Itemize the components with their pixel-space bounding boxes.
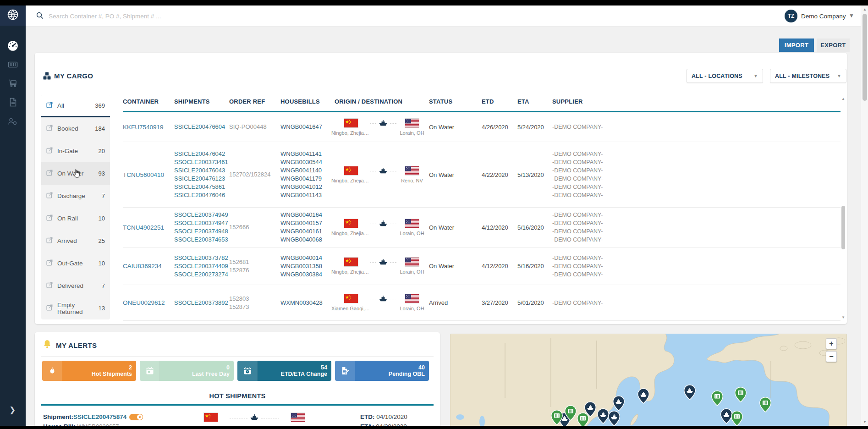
alert-card-pending-obl[interactable]: 40 Pending OBL <box>335 361 429 381</box>
table-scrollbar[interactable]: ▲ ▼ <box>841 97 846 319</box>
filter-label: Delivered <box>57 282 98 289</box>
container-number[interactable]: CAIU8369234 <box>123 263 174 270</box>
import-tab[interactable]: IMPORT <box>779 38 814 52</box>
sidebar-item-admin[interactable] <box>7 116 19 128</box>
origin-port: ★Xiamen Gaoqi, Fu... <box>335 294 368 311</box>
shipment-numbers[interactable]: SSOCLE200373892 <box>174 299 229 307</box>
etd: 4/26/2020 <box>482 124 517 131</box>
cargo-row-CAIU8369234[interactable]: CAIU8369234SSOCLE200373782SSOCLE20037440… <box>123 248 841 285</box>
cargo-filter-empty-returned[interactable]: Empty Returned 13 <box>41 297 110 319</box>
location-map-marker[interactable] <box>711 390 723 406</box>
route-dash <box>390 171 396 171</box>
route-dash <box>370 224 376 224</box>
cargo-table-body: KKFU7540919SSICLE200476604SIQ-PO00448WNG… <box>123 112 841 321</box>
vessel-map-marker[interactable] <box>608 411 620 426</box>
search-icon <box>36 11 44 22</box>
filter-count: 10 <box>99 215 105 222</box>
search-input[interactable] <box>49 9 369 23</box>
destination-name: Lorain, OH <box>400 130 424 136</box>
housebill-numbers[interactable]: WNGB0041647 <box>280 123 335 131</box>
housebill-numbers[interactable]: WNGB0040164WNGB0040157WNGB0040161WNGB004… <box>280 211 335 244</box>
scroll-down-icon[interactable]: ▼ <box>841 315 845 319</box>
shipment-numbers[interactable]: SSICLE200476042SSOCLE200373461SSICLE2004… <box>174 150 229 199</box>
cargo-row-TCNU5600410[interactable]: TCNU5600410SSICLE200476042SSOCLE20037346… <box>123 142 841 208</box>
alert-card-etd-eta-change[interactable]: 54 ETD/ETA Change <box>237 361 331 381</box>
vessel-map-marker[interactable] <box>684 385 696 400</box>
topbar: TZ Demo Company ▼ <box>26 6 861 27</box>
shipment-numbers[interactable]: SSOCLE200374949SSOCLE200374947SSOCLE2003… <box>174 211 229 244</box>
open-filter-icon <box>46 214 53 223</box>
table-scroll-thumb[interactable] <box>841 206 845 249</box>
cargo-row-TCNU4902251[interactable]: TCNU4902251SSOCLE200374949SSOCLE20037494… <box>123 208 841 248</box>
cargo-filter-delivered[interactable]: Delivered 7 <box>41 275 110 297</box>
cargo-filter-booked[interactable]: Booked 184 <box>41 117 110 140</box>
origin-flag-icon: ★ <box>344 258 358 268</box>
cargo-row-ONEU0029612[interactable]: ONEU0029612SSOCLE200373892152803152873WX… <box>123 285 841 321</box>
locations-filter-dropdown[interactable]: ALL - LOCATIONS ▼ <box>687 69 763 83</box>
housebill-numbers[interactable]: WNGB0041141WNGB0030544WNGB0041140WNGB004… <box>280 150 335 199</box>
divider <box>41 356 434 357</box>
cargo-row-KKFU7540919[interactable]: KKFU7540919SSICLE200476604SIQ-PO00448WNG… <box>123 112 841 142</box>
status: On Water <box>429 263 482 270</box>
route-dash <box>390 224 396 224</box>
shipment-map[interactable]: + − <box>450 334 847 429</box>
cargo-filter-in-gate[interactable]: In-Gate 20 <box>41 140 110 162</box>
account-name[interactable]: Demo Company <box>801 13 846 20</box>
alert-card-hot-shipments[interactable]: 2 Hot Shipments <box>42 361 136 381</box>
route-dash <box>390 123 396 124</box>
route-dash <box>370 123 376 124</box>
container-number[interactable]: TCNU5600410 <box>123 171 174 178</box>
location-map-marker[interactable] <box>551 410 563 425</box>
milestones-filter-dropdown[interactable]: ALL - MILESTONES ▼ <box>770 69 846 83</box>
destination-name: Lorain, OH <box>400 306 424 311</box>
cargo-filter-on-water[interactable]: On Water 93 <box>41 162 110 185</box>
sidebar-expand-chevron[interactable]: ❯ <box>9 405 16 415</box>
cargo-filter-arrived[interactable]: Arrived 25 <box>41 230 110 252</box>
account-chevron-down-icon[interactable]: ▼ <box>849 12 854 19</box>
location-map-marker[interactable] <box>735 387 747 402</box>
container-number[interactable]: KKFU7540919 <box>123 124 174 131</box>
shipment-numbers[interactable]: SSOCLE200373782SSOCLE200374409SSOCLE2002… <box>174 254 229 279</box>
hot-toggle[interactable] <box>129 414 143 420</box>
cargo-filter-out-gate[interactable]: Out-Gate 10 <box>41 252 110 275</box>
page-scrollbar[interactable]: ▲ ▼ <box>861 6 868 426</box>
map-zoom-out-button[interactable]: − <box>826 351 837 362</box>
cargo-filter-on-rail[interactable]: On Rail 10 <box>41 207 110 230</box>
scroll-up-icon[interactable]: ▲ <box>863 7 867 11</box>
sidebar-item-documents[interactable] <box>7 97 19 109</box>
hot-shipments-title: HOT SHIPMENTS <box>35 392 440 400</box>
shipment-numbers[interactable]: SSICLE200476604 <box>174 123 229 131</box>
eta: 5/01/2020 <box>517 299 552 306</box>
filter-label: On Water <box>57 170 94 177</box>
app-logo[interactable] <box>0 6 26 26</box>
page-scroll-thumb[interactable] <box>863 14 867 101</box>
vessel-map-marker[interactable] <box>613 396 625 411</box>
housebill-numbers[interactable]: WXMN0030428 <box>280 299 335 307</box>
alert-count: 0 <box>226 365 230 371</box>
location-map-marker[interactable] <box>759 397 771 412</box>
sidebar-item-containers[interactable] <box>7 60 19 72</box>
scroll-down-icon[interactable]: ▼ <box>863 420 867 424</box>
container-number[interactable]: ONEU0029612 <box>123 299 174 306</box>
location-map-marker[interactable] <box>731 411 743 426</box>
housebill-numbers[interactable]: WNGB0040014WNGB0031358WNGB0030384 <box>280 254 335 279</box>
cargo-filter-all[interactable]: All 369 <box>41 95 110 117</box>
cargo-filter-discharge[interactable]: Discharge 7 <box>41 185 110 207</box>
sidebar-item-dashboard[interactable] <box>7 41 19 53</box>
order-refs: 152702/152824 <box>229 170 280 179</box>
alert-card-last-free-day[interactable]: 0 Last Free Day <box>140 361 234 381</box>
sidebar-item-shipments[interactable] <box>7 78 19 90</box>
vessel-map-marker[interactable] <box>597 408 609 424</box>
location-map-marker[interactable] <box>565 405 577 421</box>
avatar[interactable]: TZ <box>785 10 797 22</box>
scroll-up-icon[interactable]: ▲ <box>841 97 845 101</box>
map-zoom-in-button[interactable]: + <box>826 338 837 349</box>
order-refs: 152803152873 <box>229 295 280 311</box>
export-tab[interactable]: EXPORT <box>817 38 850 52</box>
alert-card-body: 54 ETD/ETA Change <box>258 361 331 381</box>
shipment-number[interactable]: SSICLE200475874 <box>73 412 126 422</box>
open-filter-icon <box>46 281 53 290</box>
vessel-map-marker[interactable] <box>637 388 649 404</box>
origin-flag-icon: ★ <box>344 294 358 304</box>
container-number[interactable]: TCNU4902251 <box>123 224 174 231</box>
